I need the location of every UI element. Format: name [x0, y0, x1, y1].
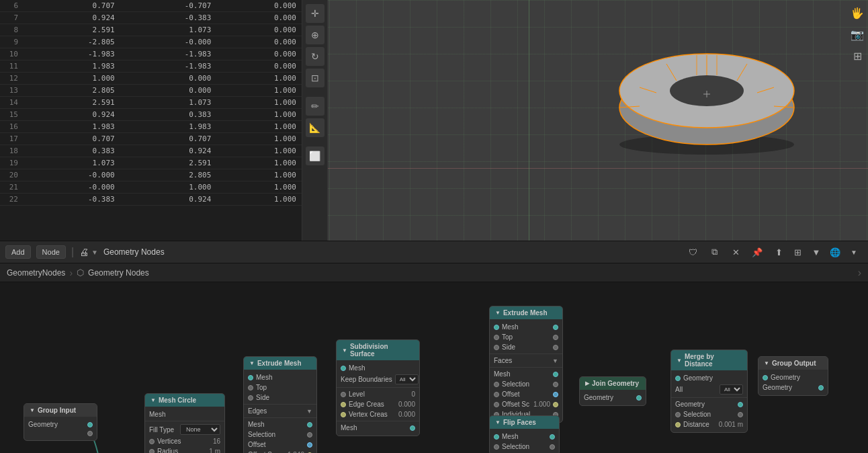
measure-icon[interactable]: 📐: [306, 118, 324, 137]
mesh-circle-node[interactable]: ▼ Mesh Circle Mesh Fill Type None Vertic…: [144, 393, 225, 453]
group-input-header: ▼ Group Input: [24, 404, 97, 417]
subdivision-body: Mesh Keep Boundaries All Level 0 Edge Cr…: [337, 360, 419, 436]
fill-type-label: Fill Type: [149, 426, 177, 434]
flip-faces-node[interactable]: ▼ Flip Faces Mesh Selection: [489, 415, 560, 453]
join-geometry-title: Join Geometry: [592, 380, 639, 387]
node-canvas[interactable]: ▼ Group Input Geometry ▼ Mesh Circle: [0, 282, 868, 453]
merge-distance-body: Geometry All All Geometry Selection: [671, 370, 747, 432]
table-row: 161.9831.9831.000: [0, 121, 302, 133]
breadcrumb-icon: ⬡: [77, 267, 84, 278]
join-geometry-header: ▶ Join Geometry: [580, 377, 646, 390]
editor-type-icon: 🖨: [79, 247, 89, 257]
table-row: 9-2.805-0.0000.000: [0, 36, 302, 48]
scale-icon[interactable]: ⊡: [306, 69, 324, 87]
extrude-mesh-2-node[interactable]: ▼ Extrude Mesh Mesh Top Side: [489, 306, 563, 423]
top-section: 60.707-0.7070.00070.924-0.3830.00082.591…: [0, 0, 868, 241]
breadcrumb-current[interactable]: Geometry Nodes: [88, 268, 149, 278]
group-input-title: Group Input: [38, 407, 76, 414]
grid-view-icon[interactable]: ⊞: [849, 47, 866, 65]
table-row: 150.9240.3831.000: [0, 109, 302, 121]
hand-icon[interactable]: 🖐: [849, 4, 866, 22]
extrude-mesh-1-node[interactable]: ▼ Extrude Mesh Mesh Top Side Edge: [243, 356, 317, 453]
join-geometry-node[interactable]: ▶ Join Geometry Geometry: [579, 376, 646, 406]
viewport-left-toolbar: ✛ ⊕ ↻ ⊡ ✏ 📐 ⬜: [302, 0, 328, 241]
group-input-geometry-socket: [87, 422, 93, 427]
table-row: 20-0.0002.8051.000: [0, 169, 302, 181]
table-row: 180.3830.9241.000: [0, 145, 302, 157]
merge-mode-dropdown[interactable]: All: [720, 384, 743, 395]
table-row: 22-0.3830.9241.000: [0, 194, 302, 206]
subdivision-header: ▼ Subdivision Surface: [337, 340, 419, 360]
table-row: 170.7070.7071.000: [0, 133, 302, 145]
spreadsheet-panel: 60.707-0.7070.00070.924-0.3830.00082.591…: [0, 0, 302, 241]
fill-type-dropdown[interactable]: None: [180, 424, 220, 435]
box-icon[interactable]: ⬜: [306, 147, 324, 165]
group-input-extra-socket: [87, 431, 93, 436]
breadcrumb-separator: ›: [69, 267, 73, 278]
collapse-button[interactable]: ›: [858, 267, 861, 279]
join-geometry-body: Geometry: [580, 390, 646, 405]
zoom-down-button[interactable]: ▼: [808, 243, 825, 261]
pin-button[interactable]: 📌: [748, 243, 766, 261]
zoom-controls: ⬆ ⊞ ▼ 🌐 ▼: [770, 243, 863, 261]
editor-title-text: Geometry Nodes: [103, 247, 165, 257]
group-input-body: Geometry: [24, 417, 97, 440]
copy-button[interactable]: ⧉: [705, 243, 723, 261]
toolbar-separator-1: [306, 90, 324, 94]
table-row: 10-1.983-1.9830.000: [0, 48, 302, 60]
cursor-icon[interactable]: ✛: [306, 4, 324, 23]
torus-svg: [599, 13, 814, 161]
lang-arrow[interactable]: ▼: [845, 243, 863, 261]
group-input-node[interactable]: ▼ Group Input Geometry: [24, 403, 97, 441]
breadcrumb-root[interactable]: GeometryNodes: [7, 268, 65, 278]
table-row: 121.0000.0001.000: [0, 73, 302, 85]
extrude-mesh-2-title: Extrude Mesh: [503, 309, 548, 317]
flip-faces-body: Mesh Selection: [490, 429, 559, 453]
node-button[interactable]: Node: [36, 245, 66, 259]
subdivision-title: Subdivision Surface: [350, 343, 414, 358]
zoom-up-button[interactable]: ⬆: [770, 243, 787, 261]
group-input-geometry-label: Geometry: [28, 421, 85, 428]
radius-label: Radius: [157, 448, 206, 453]
table-row: 21-0.0001.0001.000: [0, 181, 302, 194]
extrude-mesh-1-title: Extrude Mesh: [257, 360, 302, 367]
keep-boundaries-dropdown[interactable]: All: [395, 374, 419, 384]
flip-faces-header: ▼ Flip Faces: [490, 416, 559, 429]
annotate-icon[interactable]: ✏: [306, 97, 324, 116]
move-icon[interactable]: ⊕: [306, 26, 324, 44]
mesh-circle-title: Mesh Circle: [159, 397, 196, 404]
table-row: 111.983-1.9830.000: [0, 60, 302, 73]
group-output-header: ▼ Group Output: [758, 357, 828, 370]
breadcrumb-bar: GeometryNodes › ⬡ Geometry Nodes ›: [0, 263, 868, 282]
spreadsheet-table: 60.707-0.7070.00070.924-0.3830.00082.591…: [0, 0, 302, 206]
mesh-circle-header: ▼ Mesh Circle: [145, 394, 224, 407]
table-row: 82.5911.0730.000: [0, 24, 302, 36]
rotate-icon[interactable]: ↻: [306, 47, 324, 66]
group-input-geometry-row: Geometry: [24, 419, 97, 429]
group-output-node[interactable]: ▼ Group Output Geometry Geometry: [758, 356, 828, 396]
table-row: 142.5911.0731.000: [0, 97, 302, 109]
close-button[interactable]: ✕: [727, 243, 744, 261]
header-right-controls: 🛡 ⧉ ✕ 📌 ⬆ ⊞ ▼ 🌐 ▼: [684, 243, 863, 261]
merge-distance-header: ▼ Merge by Distance: [671, 350, 747, 370]
group-output-body: Geometry Geometry: [758, 370, 828, 395]
table-row: 191.0732.5911.000: [0, 157, 302, 169]
extrude-mesh-1-header: ▼ Extrude Mesh: [244, 357, 316, 370]
viewport-3d[interactable]: ✛ ⊕ ↻ ⊡ ✏ 📐 ⬜ 🖐 📷 ⊞: [302, 0, 868, 241]
mesh-circle-body: Mesh Fill Type None Vertices 16 Radius: [145, 407, 224, 453]
toolbar-separator-2: [306, 140, 324, 144]
add-button[interactable]: Add: [5, 245, 31, 259]
lang-button[interactable]: 🌐: [826, 243, 844, 261]
editor-type-selector[interactable]: 🖨 ▼: [79, 247, 98, 257]
subdivision-node[interactable]: ▼ Subdivision Surface Mesh Keep Boundari…: [336, 339, 420, 436]
zoom-grid-button[interactable]: ⊞: [789, 243, 806, 261]
merge-distance-node[interactable]: ▼ Merge by Distance Geometry All All Geo…: [670, 349, 748, 433]
table-row: 60.707-0.7070.000: [0, 0, 302, 12]
camera-icon[interactable]: 📷: [849, 26, 866, 43]
merge-distance-title: Merge by Distance: [685, 353, 742, 368]
shield-button[interactable]: 🛡: [684, 243, 701, 261]
table-row: 70.924-0.3830.000: [0, 12, 302, 24]
header-separator: |: [71, 246, 74, 258]
node-editor-header: Add Node | 🖨 ▼ Geometry Nodes 🛡 ⧉ ✕ 📌 ⬆ …: [0, 241, 868, 263]
flip-faces-title: Flip Faces: [503, 419, 536, 426]
